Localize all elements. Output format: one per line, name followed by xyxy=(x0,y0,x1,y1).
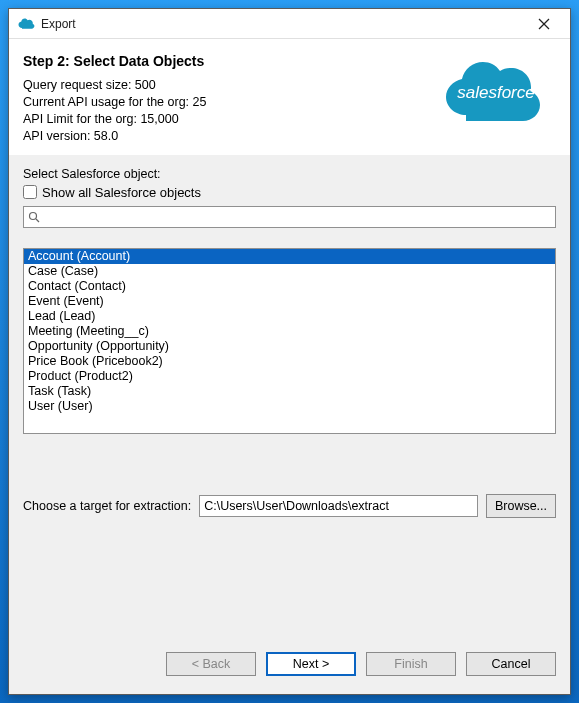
titlebar: Export xyxy=(9,9,570,39)
wizard-button-row: < Back Next > Finish Cancel xyxy=(23,652,556,680)
list-item[interactable]: Opportunity (Opportunity) xyxy=(24,339,555,354)
search-input[interactable] xyxy=(44,209,551,225)
svg-point-2 xyxy=(30,212,37,219)
list-item[interactable]: Event (Event) xyxy=(24,294,555,309)
list-item[interactable]: Meeting (Meeting__c) xyxy=(24,324,555,339)
list-item[interactable]: User (User) xyxy=(24,399,555,414)
target-row: Choose a target for extraction: Browse..… xyxy=(23,494,556,518)
salesforce-cloud-icon xyxy=(17,17,35,31)
close-button[interactable] xyxy=(524,11,564,37)
list-item[interactable]: Contact (Contact) xyxy=(24,279,555,294)
finish-button: Finish xyxy=(366,652,456,676)
salesforce-logo-text: salesforce xyxy=(457,83,534,102)
target-label: Choose a target for extraction: xyxy=(23,499,191,513)
body-area: Select Salesforce object: Show all Sales… xyxy=(9,155,570,695)
show-all-checkbox[interactable] xyxy=(23,185,37,199)
list-item[interactable]: Lead (Lead) xyxy=(24,309,555,324)
list-item[interactable]: Price Book (Pricebook2) xyxy=(24,354,555,369)
back-button: < Back xyxy=(166,652,256,676)
close-icon xyxy=(538,18,550,30)
show-all-checkbox-row[interactable]: Show all Salesforce objects xyxy=(23,185,556,200)
salesforce-logo: salesforce xyxy=(436,53,556,133)
export-window: Export Step 2: Select Data Objects Query… xyxy=(8,8,571,695)
object-listbox[interactable]: Account (Account)Case (Case)Contact (Con… xyxy=(23,248,556,434)
select-object-label: Select Salesforce object: xyxy=(23,167,556,181)
next-button[interactable]: Next > xyxy=(266,652,356,676)
svg-line-3 xyxy=(36,219,39,222)
list-item[interactable]: Product (Product2) xyxy=(24,369,555,384)
show-all-label: Show all Salesforce objects xyxy=(42,185,201,200)
window-title: Export xyxy=(41,17,524,31)
cancel-button[interactable]: Cancel xyxy=(466,652,556,676)
search-box[interactable] xyxy=(23,206,556,228)
browse-button[interactable]: Browse... xyxy=(486,494,556,518)
target-path-input[interactable] xyxy=(199,495,478,517)
list-item[interactable]: Account (Account) xyxy=(24,249,555,264)
list-item[interactable]: Case (Case) xyxy=(24,264,555,279)
header-area: Step 2: Select Data Objects Query reques… xyxy=(9,39,570,155)
list-item[interactable]: Task (Task) xyxy=(24,384,555,399)
search-icon xyxy=(28,211,40,223)
